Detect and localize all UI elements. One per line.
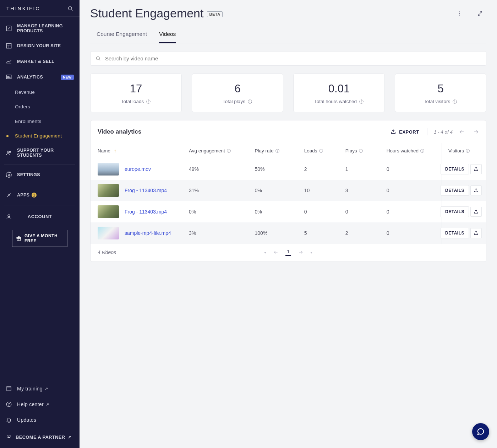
svg-point-24 [459, 15, 460, 15]
column-header[interactable]: Play rate [251, 143, 301, 158]
svg-line-26 [99, 59, 100, 60]
sidebar-label: MANAGE LEARNING PRODUCTS [17, 23, 74, 33]
prev-page-arrow[interactable] [273, 250, 278, 255]
svg-point-12 [9, 151, 11, 153]
sidebar-item-support[interactable]: SUPPORT YOUR STUDENTS [0, 143, 80, 162]
info-icon[interactable] [465, 149, 470, 153]
column-header[interactable]: Visitors [445, 143, 486, 158]
sidebar-item-market[interactable]: MARKET & SELL [0, 54, 80, 69]
help-icon [6, 401, 12, 407]
first-page-dot[interactable]: ● [264, 250, 266, 254]
svg-point-11 [7, 151, 9, 153]
info-icon[interactable] [146, 99, 151, 104]
tab-videos[interactable]: Videos [159, 27, 176, 43]
sidebar-sub-revenue[interactable]: Revenue [0, 85, 80, 99]
export-button[interactable]: EXPORT [389, 127, 420, 137]
svg-point-43 [229, 150, 229, 150]
stat-card: 17 Total loads [90, 74, 182, 112]
sidebar-sub-enrollments[interactable]: Enrollments [0, 114, 80, 129]
details-button[interactable]: DETAILS [441, 185, 469, 196]
main-content: Student Engagement BETA Course Engagemen… [80, 0, 497, 272]
sidebar-label: DESIGN YOUR SITE [17, 43, 61, 48]
search-bar[interactable] [90, 51, 486, 66]
column-header[interactable]: Avg engagement [185, 143, 251, 158]
video-thumbnail[interactable] [98, 205, 119, 218]
sidebar-account[interactable]: ACCOUNT [0, 207, 80, 226]
video-thumbnail[interactable] [98, 163, 119, 176]
info-icon[interactable] [359, 99, 364, 104]
stat-value: 5 [399, 82, 482, 95]
account-label: ACCOUNT [28, 214, 52, 219]
user-icon [6, 214, 12, 220]
svg-point-52 [361, 150, 361, 150]
svg-rect-18 [7, 387, 11, 391]
info-icon[interactable] [319, 149, 324, 153]
stat-value: 6 [196, 82, 279, 95]
sidebar-item-apps[interactable]: APPS 1 [0, 187, 80, 203]
svg-line-1 [71, 10, 72, 11]
sidebar-item-analytics[interactable]: ANALYTICS NEW [0, 69, 80, 85]
cell-hours: 0 [383, 158, 445, 180]
sidebar: THINKIFIC MANAGE LEARNING PRODUCTS DESIG… [0, 0, 80, 448]
expand-button[interactable] [474, 8, 486, 19]
svg-point-58 [468, 150, 468, 150]
analytics-icon [6, 74, 12, 80]
info-icon[interactable] [452, 99, 457, 104]
next-page-button[interactable] [473, 129, 479, 135]
svg-point-35 [361, 101, 361, 101]
svg-point-46 [277, 150, 278, 150]
sidebar-sub-orders[interactable]: Orders [0, 99, 80, 114]
video-name-link[interactable]: Frog - 113403.mp4 [125, 188, 167, 193]
search-icon[interactable] [67, 6, 73, 11]
sidebar-bottom-updates[interactable]: Updates [0, 412, 80, 428]
info-icon[interactable] [226, 149, 231, 153]
svg-point-23 [459, 13, 460, 14]
info-icon[interactable] [247, 99, 252, 104]
cell-loads: 0 [301, 201, 342, 222]
sidebar-partner[interactable]: BECOME A PARTNER ↗ [0, 428, 80, 446]
info-icon[interactable] [275, 149, 280, 153]
sidebar-bottom-help[interactable]: Help center ↗ [0, 396, 80, 412]
share-button[interactable] [470, 207, 482, 217]
svg-point-32 [250, 101, 250, 101]
stat-card: 5 Total visitors [395, 74, 486, 112]
sidebar-item-settings[interactable]: SETTINGS [0, 167, 80, 183]
more-menu-button[interactable] [453, 8, 466, 19]
tab-course-engagement[interactable]: Course Engagement [97, 27, 147, 43]
prev-page-button[interactable] [459, 129, 465, 135]
gift-button[interactable]: GIVE A MONTH FREE [12, 230, 67, 247]
video-thumbnail[interactable] [98, 227, 119, 239]
column-header[interactable]: Name↑ [91, 143, 185, 158]
stat-card: 0.01 Total hours watched [293, 74, 385, 112]
share-button[interactable] [470, 164, 482, 174]
search-input[interactable] [104, 55, 481, 62]
column-header[interactable]: Loads [301, 143, 342, 158]
cell-plays: 2 [342, 222, 383, 244]
sidebar-item-manage[interactable]: MANAGE LEARNING PRODUCTS [0, 19, 80, 38]
info-icon[interactable] [420, 149, 425, 153]
video-name-link[interactable]: Frog - 113403.mp4 [125, 209, 167, 215]
stat-label: Total plays [223, 99, 252, 104]
details-button[interactable]: DETAILS [441, 228, 469, 238]
sidebar-bottom-training[interactable]: My training ↗ [0, 381, 80, 396]
row-actions: DETAILS [442, 222, 486, 244]
cell-play-rate: 0% [251, 201, 301, 222]
video-thumbnail[interactable] [98, 184, 119, 197]
info-icon[interactable] [359, 149, 364, 153]
sidebar-sub-engagement[interactable]: Student Engagement [0, 129, 80, 143]
video-name-link[interactable]: sample-mp4-file.mp4 [125, 230, 171, 236]
external-icon: ↗ [46, 402, 49, 407]
column-header[interactable]: Plays [342, 143, 383, 158]
svg-point-13 [8, 174, 10, 176]
details-button[interactable]: DETAILS [441, 164, 469, 174]
next-page-arrow[interactable] [298, 250, 303, 255]
last-page-dot[interactable]: ● [310, 250, 312, 254]
chat-bubble[interactable] [472, 423, 489, 440]
sidebar-item-design[interactable]: DESIGN YOUR SITE [0, 38, 80, 54]
share-button[interactable] [470, 185, 482, 195]
column-header[interactable]: Hours watched [383, 143, 445, 158]
current-page[interactable]: 1 [285, 249, 291, 256]
share-button[interactable] [470, 228, 482, 238]
video-name-link[interactable]: europe.mov [125, 166, 151, 172]
details-button[interactable]: DETAILS [441, 206, 469, 217]
